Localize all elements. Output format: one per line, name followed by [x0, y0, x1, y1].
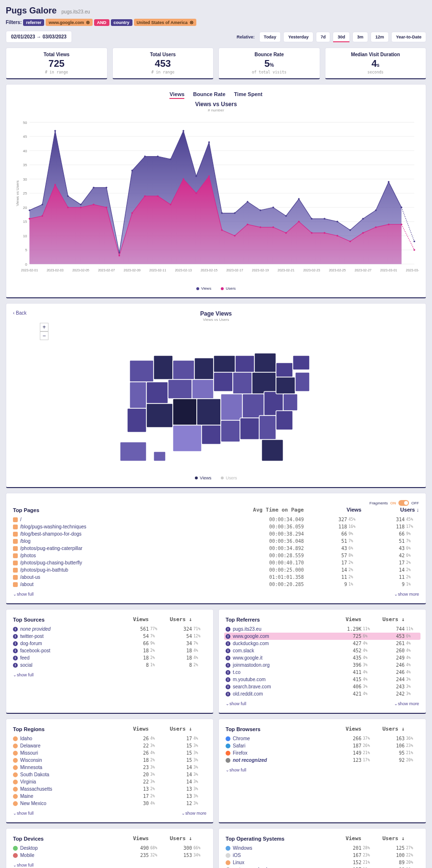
filters-label: Filters: [6, 20, 22, 25]
svg-rect-109 [146, 382, 168, 403]
info-icon: i [13, 641, 18, 646]
table-row[interactable]: Chrome26637%16336% [226, 735, 419, 742]
svg-text:2023-03-03: 2023-03-03 [406, 269, 419, 272]
show-full-link[interactable]: ⌄show full [13, 811, 34, 816]
table-row[interactable]: idog-forum669%347% [13, 640, 206, 647]
table-row[interactable]: not recognized12317%9220% [226, 757, 419, 764]
us-map[interactable] [106, 327, 326, 471]
svg-point-43 [80, 204, 82, 206]
relative-30d[interactable]: 30d [333, 32, 350, 42]
chart-tab-bounce-rate[interactable]: Bounce Rate [193, 91, 225, 99]
table-row[interactable]: not recognized13719%8819% [226, 866, 419, 868]
table-row[interactable]: Minnesota233%143% [13, 764, 206, 771]
svg-point-64 [349, 229, 351, 231]
table-row[interactable]: itwitter-post547%5412% [13, 633, 206, 640]
table-row[interactable]: iwww.google.it4354%2494% [226, 654, 419, 661]
show-full-link[interactable]: ⌄show full [13, 863, 206, 868]
table-row[interactable]: /blog/pugs-washing-techniques00:00:36.05… [13, 523, 419, 530]
map-title: Page Views [13, 310, 419, 317]
show-full-link[interactable]: ⌄show full [226, 701, 246, 706]
browser-icon [226, 758, 230, 763]
relative-yesterday[interactable]: Yesterday [283, 32, 313, 42]
table-row[interactable]: ifacebook-post182%184% [13, 647, 206, 654]
close-icon[interactable]: ⊗ [190, 20, 193, 25]
table-row[interactable]: Massachusetts132%133% [13, 785, 206, 793]
svg-point-68 [401, 207, 403, 208]
table-row[interactable]: icom.slack4524%2604% [226, 647, 419, 654]
svg-text:10: 10 [23, 234, 27, 238]
table-row[interactable]: Virginia223%143% [13, 778, 206, 785]
table-row[interactable]: Firefox14921%9521% [226, 749, 419, 757]
back-link[interactable]: ‹ Back [13, 310, 26, 316]
relative-3m[interactable]: 3m [352, 32, 368, 42]
relative-today[interactable]: Today [259, 32, 281, 42]
svg-point-83 [195, 192, 197, 194]
table-row[interactable]: /photos00:00:28.559578%426% [13, 552, 419, 559]
table-row[interactable]: New Mexico304%123% [13, 800, 206, 807]
table-row[interactable]: Safari18726%10623% [226, 742, 419, 749]
svg-point-54 [221, 212, 223, 214]
table-row[interactable]: it.co4114%2464% [226, 669, 419, 676]
table-row[interactable]: /about00:00:20.28591%91% [13, 581, 419, 588]
zoom-out-button[interactable]: − [40, 331, 48, 340]
table-row[interactable]: Wisconsin182%153% [13, 757, 206, 764]
relative-7d[interactable]: 7d [316, 32, 331, 42]
info-icon: i [226, 634, 230, 639]
relative-12m[interactable]: 12m [371, 32, 389, 42]
svg-text:Views vs Users: Views vs Users [15, 180, 20, 206]
table-row[interactable]: Desktop49068%30066% [13, 844, 206, 852]
fragments-toggle[interactable] [398, 500, 409, 506]
table-row[interactable]: Delaware223%153% [13, 742, 206, 749]
show-more-link[interactable]: ⌄show more [181, 811, 206, 816]
table-row[interactable]: /photos/pug-eating-caterpillar00:00:34.8… [13, 545, 419, 552]
filter-referrer-value[interactable]: www.google.com⊗ [46, 19, 93, 26]
table-row[interactable]: Windows20128%12527% [226, 844, 419, 852]
svg-rect-123 [202, 425, 221, 444]
table-row[interactable]: Missouri264%153% [13, 749, 206, 757]
close-icon[interactable]: ⊗ [86, 20, 90, 25]
table-row[interactable]: iwww.google.com7256%4536% [224, 633, 420, 640]
table-row[interactable]: iduckduckgo.com4274%2614% [226, 640, 419, 647]
chart-tab-views[interactable]: Views [169, 91, 184, 99]
table-row[interactable]: /photos/pug-chasing-butterfly00:00:40.17… [13, 559, 419, 566]
table-row[interactable]: Linux15221%8920% [226, 859, 419, 866]
table-row[interactable]: /blog00:00:36.048517%517% [13, 538, 419, 545]
table-row[interactable]: ipugs.its23.eu1.29K11%74411% [226, 625, 419, 633]
table-row[interactable]: Idaho264%174% [13, 735, 206, 742]
table-row[interactable]: iold.reddit.com4214%2423% [226, 690, 419, 697]
svg-point-44 [93, 187, 95, 189]
table-row[interactable]: /00:00:34.04932745%31445% [13, 516, 419, 523]
svg-rect-130 [276, 411, 293, 430]
table-row[interactable]: isearch.brave.com4063%2433% [226, 683, 419, 690]
table-row[interactable]: ifeed182%184% [13, 654, 206, 661]
table-row[interactable]: inone provided56177%32471% [13, 625, 206, 633]
date-range-picker[interactable]: 02/01/2023 → 03/03/2023 [6, 31, 72, 43]
filter-country-value[interactable]: United States of America⊗ [134, 19, 196, 26]
table-row[interactable]: ijoinmastodon.org3963%2464% [226, 661, 419, 669]
chart-tab-time-spent[interactable]: Time Spent [234, 91, 263, 99]
table-row[interactable]: South Dakota203%143% [13, 771, 206, 778]
show-full-link[interactable]: ⌄show full [226, 768, 419, 772]
relative-year-to-date[interactable]: Year-to-Date [391, 32, 426, 42]
table-row[interactable]: im.youtube.com4154%2443% [226, 676, 419, 683]
table-row[interactable]: Mobile23532%15334% [13, 852, 206, 859]
show-full-link[interactable]: ⌄show full [13, 672, 206, 677]
filter-referrer-key: referrer [23, 19, 44, 26]
table-row[interactable]: Maine172%133% [13, 793, 206, 800]
show-more-link[interactable]: ⌄show more [394, 592, 419, 597]
info-icon: i [226, 685, 230, 689]
svg-text:2023-02-19: 2023-02-19 [252, 269, 269, 272]
table-row[interactable]: isocial81%82% [13, 661, 206, 669]
svg-rect-102 [154, 355, 173, 379]
table-row[interactable]: iOS16723%10022% [226, 852, 419, 859]
table-row[interactable]: /blog/best-shampoo-for-dogs00:00:38.2946… [13, 530, 419, 538]
main-chart-card: ViewsBounce RateTime Spent Views vs User… [6, 84, 426, 298]
show-more-link[interactable]: ⌄show more [394, 701, 419, 706]
svg-rect-124 [221, 420, 240, 442]
show-full-link[interactable]: ⌄show full [13, 592, 34, 597]
table-row[interactable]: /about-us01:01:01.358112%112% [13, 574, 419, 581]
table-row[interactable]: /photos/pug-in-bathtub00:00:25.000142%14… [13, 566, 419, 574]
zoom-in-button[interactable]: + [40, 323, 48, 331]
svg-rect-115 [127, 408, 146, 432]
area-chart: 051015202530354045502023-02-012023-02-03… [13, 116, 419, 284]
